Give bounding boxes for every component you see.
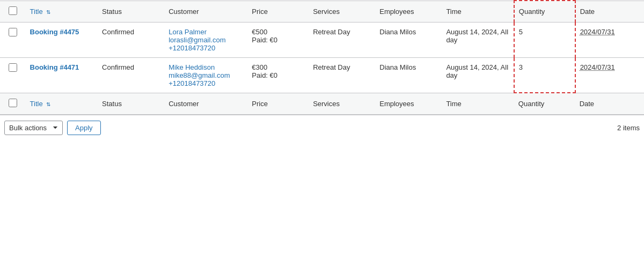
header-status: Status [98,1,164,22]
footer-employees-label: Employees [379,100,414,108]
header-date-label: Date [580,8,595,16]
footer-time: Time [442,93,514,114]
footer-bar: Bulk actions Apply 2 items [0,115,644,140]
status-text-4471: Confirmed [102,63,134,71]
cell-title-4475: Booking #4475 [26,22,98,57]
footer-date: Date [575,93,644,114]
table-footer-row: Title ⇅ Status Customer Price Services E… [0,93,644,114]
customer-email-link-4475[interactable]: lorasli@gmail.com [169,36,243,44]
header-date: Date [575,1,644,22]
footer-customer: Customer [164,93,247,114]
select-all-checkbox[interactable] [9,6,17,15]
time-text-4475: August 14, 2024, All day [446,28,508,44]
bookings-table-wrapper: Title ⇅ Status Customer Price Services E… [0,0,644,140]
cell-services-4471: Retreat Day [309,57,375,93]
time-text-4471: August 14, 2024, All day [446,63,508,79]
cell-time-4475: August 14, 2024, All day [442,22,514,57]
date-text-4471: 2024/07/31 [580,63,615,71]
footer-checkbox-cell[interactable] [0,93,26,114]
header-title[interactable]: Title ⇅ [26,1,98,22]
row-checkbox-4475[interactable] [9,28,17,36]
quantity-text-4471: 3 [519,63,523,71]
cell-time-4471: August 14, 2024, All day [442,57,514,93]
status-text-4475: Confirmed [102,28,134,36]
cell-date-4471: 2024/07/31 [575,57,644,93]
header-customer: Customer [164,1,247,22]
services-text-4471: Retreat Day [313,63,350,71]
sort-arrows-icon: ⇅ [46,9,50,15]
header-price-label: Price [252,8,268,16]
footer-status-label: Status [102,100,122,108]
table-row: Booking #4471 Confirmed Mike Heddison mi… [0,57,644,93]
footer-left: Bulk actions Apply [4,121,101,135]
cell-employees-4475: Diana Milos [375,22,442,57]
cell-status-4471: Confirmed [98,57,164,93]
cell-services-4475: Retreat Day [309,22,375,57]
footer-title-label: Title [30,100,43,108]
date-text-4475: 2024/07/31 [580,28,615,36]
header-price: Price [247,1,309,22]
table-header-row: Title ⇅ Status Customer Price Services E… [0,1,644,22]
price-sub-4475: Paid: €0 [252,36,304,44]
customer-phone-link-4475[interactable]: +12018473720 [169,44,243,52]
footer-title[interactable]: Title ⇅ [26,93,98,114]
header-quantity-label: Quantity [519,8,545,16]
customer-email-link-4471[interactable]: mike88@gmail.com [169,71,243,79]
cell-price-4475: €500 Paid: €0 [247,22,309,57]
booking-link-4475[interactable]: Booking #4475 [30,28,79,36]
footer-select-all-checkbox[interactable] [9,99,17,107]
header-quantity: Quantity [514,1,575,22]
footer-quantity: Quantity [514,93,575,114]
booking-link-4471[interactable]: Booking #4471 [30,63,79,71]
item-count: 2 items [617,124,640,132]
bulk-actions-select[interactable]: Bulk actions [4,121,63,135]
header-employees-label: Employees [379,8,414,16]
customer-phone-link-4471[interactable]: +12018473720 [169,79,243,87]
quantity-text-4475: 5 [519,28,523,36]
cell-status-4475: Confirmed [98,22,164,57]
cell-customer-4475: Lora Palmer lorasli@gmail.com +120184737… [164,22,247,57]
cell-date-4475: 2024/07/31 [575,22,644,57]
footer-quantity-label: Quantity [518,100,544,108]
footer-time-label: Time [446,100,461,108]
cell-title-4471: Booking #4471 [26,57,98,93]
table-row: Booking #4475 Confirmed Lora Palmer lora… [0,22,644,57]
services-text-4475: Retreat Day [313,28,350,36]
price-sub-4471: Paid: €0 [252,71,304,79]
row-checkbox-4471[interactable] [9,63,17,72]
footer-date-label: Date [580,100,594,108]
header-services: Services [309,1,375,22]
cell-quantity-4475: 5 [514,22,575,57]
cell-price-4471: €300 Paid: €0 [247,57,309,93]
footer-price-label: Price [252,100,268,108]
header-title-label: Title [30,8,43,16]
footer-employees: Employees [375,93,442,114]
price-main-4471: €300 [252,63,304,71]
price-main-4475: €500 [252,28,304,36]
header-employees: Employees [375,1,442,22]
customer-name-link-4471[interactable]: Mike Heddison [169,63,243,71]
cell-quantity-4471: 3 [514,57,575,93]
customer-name-link-4475[interactable]: Lora Palmer [169,28,243,36]
bookings-table: Title ⇅ Status Customer Price Services E… [0,0,644,115]
header-customer-label: Customer [169,8,199,16]
row-checkbox-cell-4471[interactable] [0,57,26,93]
employees-text-4471: Diana Milos [379,63,416,71]
cell-employees-4471: Diana Milos [375,57,442,93]
header-checkbox-cell[interactable] [0,1,26,22]
footer-services-label: Services [313,100,340,108]
header-time: Time [442,1,514,22]
header-status-label: Status [102,8,122,16]
footer-sort-arrows-icon: ⇅ [46,101,50,107]
employees-text-4475: Diana Milos [379,28,416,36]
footer-customer-label: Customer [169,100,199,108]
cell-customer-4471: Mike Heddison mike88@gmail.com +12018473… [164,57,247,93]
footer-services: Services [309,93,375,114]
footer-price: Price [247,93,309,114]
apply-button[interactable]: Apply [67,121,101,135]
footer-status: Status [98,93,164,114]
row-checkbox-cell-4475[interactable] [0,22,26,57]
header-time-label: Time [446,8,461,16]
header-services-label: Services [313,8,340,16]
